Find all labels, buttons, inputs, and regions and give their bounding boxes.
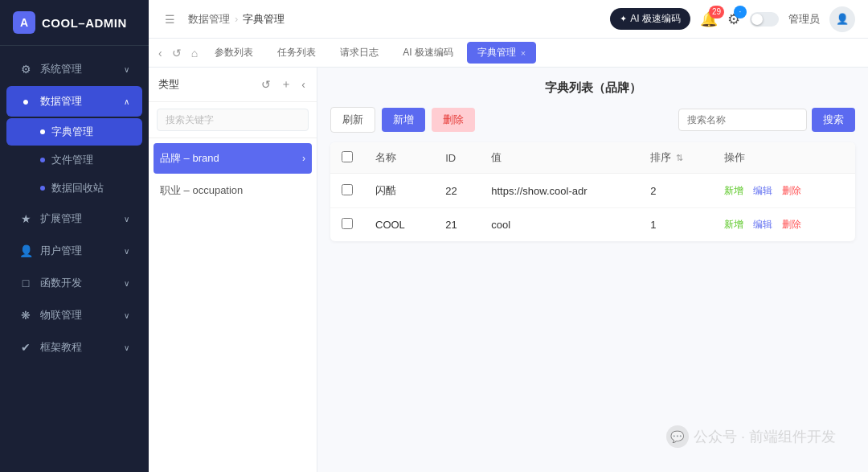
- panel-title: 字典列表（品牌）: [330, 80, 855, 96]
- category-label-brand: 品牌 – brand: [160, 151, 219, 166]
- category-item-brand[interactable]: 品牌 – brand ›: [154, 143, 312, 174]
- collapse-panel-button[interactable]: ‹: [300, 76, 307, 92]
- admin-label: 管理员: [788, 12, 820, 27]
- avatar[interactable]: 👤: [829, 6, 855, 32]
- toolbar: 刷新 新增 删除 搜索: [330, 107, 855, 133]
- chevron-up-icon: ∧: [124, 97, 129, 106]
- add-action-0[interactable]: 新增: [724, 185, 743, 196]
- tabs-bar: ‹ ↺ ⌂ 参数列表 任务列表 请求日志 AI 极速编码 字典管理 ×: [149, 39, 868, 68]
- toggle-knob: [751, 14, 763, 25]
- sidebar-item-system[interactable]: ⚙ 系统管理 ∨: [6, 54, 142, 84]
- sidebar-label-frame: 框架教程: [40, 340, 82, 355]
- category-item-occupation[interactable]: 职业 – occupation: [149, 175, 317, 206]
- col-header-id: ID: [434, 142, 480, 174]
- cell-name-0: 闪酷: [364, 174, 434, 208]
- sidebar-item-data[interactable]: ● 数据管理 ∧: [6, 86, 142, 117]
- sidebar-label-data: 数据管理: [40, 94, 82, 109]
- func-icon: □: [19, 277, 32, 289]
- delete-record-button[interactable]: 删除: [432, 108, 475, 132]
- row-checkbox-0[interactable]: [342, 184, 353, 195]
- logo-icon: A: [13, 11, 35, 34]
- edit-action-0[interactable]: 编辑: [753, 185, 772, 196]
- category-search-input[interactable]: [157, 109, 309, 131]
- sidebar-item-iot[interactable]: ❋ 物联管理 ∨: [6, 300, 142, 330]
- sidebar-item-frame[interactable]: ✔ 框架教程 ∨: [6, 332, 142, 363]
- tab-dict[interactable]: 字典管理 ×: [467, 42, 536, 64]
- table-row: COOL 21 cool 1 新增 编辑 删除: [330, 208, 855, 242]
- ai-speed-button[interactable]: ✦ AI 极速编码: [610, 8, 690, 30]
- search-button[interactable]: 搜索: [812, 108, 855, 132]
- refresh-categories-button[interactable]: ↺: [260, 76, 272, 92]
- table-search-input[interactable]: [678, 109, 807, 131]
- row-checkbox-1[interactable]: [342, 218, 353, 229]
- tab-refresh-button[interactable]: ↺: [169, 43, 185, 63]
- right-panel: 字典列表（品牌） 刷新 新增 删除 搜索 名称: [317, 68, 868, 472]
- cell-value-0: https://show.cool-adr: [480, 174, 639, 208]
- add-category-button[interactable]: ＋: [279, 76, 293, 93]
- ai-icon: ✦: [620, 14, 627, 24]
- breadcrumb-separator: ›: [235, 13, 238, 25]
- tab-back-button[interactable]: ‹: [155, 43, 166, 63]
- breadcrumb: 数据管理 › 字典管理: [188, 12, 285, 27]
- sidebar-label-func: 函数开发: [40, 276, 82, 290]
- dot-icon: [40, 129, 45, 134]
- tab-close-button[interactable]: ×: [521, 48, 526, 58]
- dot-icon: [40, 158, 45, 162]
- left-panel-title: 类型: [158, 77, 179, 92]
- chevron-down-icon: ∨: [124, 247, 129, 256]
- theme-toggle[interactable]: [750, 12, 779, 27]
- chevron-down-icon: ∨: [124, 279, 129, 288]
- sidebar-label-extend: 扩展管理: [40, 211, 82, 226]
- sidebar-item-extend[interactable]: ★ 扩展管理 ∨: [6, 203, 142, 234]
- check-icon: ✔: [19, 341, 32, 354]
- edit-action-1[interactable]: 编辑: [753, 219, 772, 230]
- logo-area: A COOL–ADMIN: [0, 0, 149, 46]
- notification-bell[interactable]: 🔔 29: [700, 10, 718, 28]
- tab-ai[interactable]: AI 极速编码: [392, 42, 464, 64]
- sidebar-item-dictionary[interactable]: 字典管理: [6, 118, 142, 146]
- category-list: 品牌 – brand › 职业 – occupation: [149, 138, 317, 472]
- select-all-checkbox[interactable]: [342, 151, 353, 162]
- notification-badge: 29: [709, 6, 724, 18]
- chevron-down-icon: ∨: [124, 343, 129, 352]
- cell-order-0: 2: [639, 174, 713, 208]
- table-row: 闪酷 22 https://show.cool-adr 2 新增 编辑 删除: [330, 174, 855, 208]
- cell-id-0: 22: [434, 174, 480, 208]
- add-record-button[interactable]: 新增: [382, 108, 425, 132]
- sidebar-nav: ⚙ 系统管理 ∨ ● 数据管理 ∧ 字典管理 文件管理 数据回收: [0, 46, 149, 472]
- ai-button-label: AI 极速编码: [630, 12, 681, 26]
- tab-tasks-label: 任务列表: [277, 46, 316, 60]
- chevron-down-icon: ∨: [124, 65, 129, 74]
- chevron-down-icon: ∨: [124, 311, 129, 320]
- sidebar-item-func[interactable]: □ 函数开发 ∨: [6, 268, 142, 298]
- tab-logs[interactable]: 请求日志: [330, 42, 389, 64]
- tab-tasks[interactable]: 任务列表: [267, 42, 326, 64]
- sidebar-label-user: 用户管理: [40, 244, 82, 258]
- col-header-action: 操作: [713, 142, 855, 174]
- menu-toggle-button[interactable]: ☰: [162, 10, 178, 29]
- category-label-occupation: 职业 – occupation: [160, 183, 243, 198]
- add-action-1[interactable]: 新增: [724, 219, 743, 230]
- sidebar-item-recycle[interactable]: 数据回收站: [6, 174, 142, 202]
- dot-icon: [40, 186, 45, 191]
- user-icon: 👤: [19, 244, 32, 257]
- tab-logs-label: 请求日志: [340, 46, 379, 60]
- cell-actions-1: 新增 编辑 删除: [713, 208, 855, 242]
- toggle-switch[interactable]: [750, 12, 779, 27]
- delete-action-0[interactable]: 删除: [782, 185, 801, 196]
- settings-icon-wrap[interactable]: ⚙ ·: [727, 10, 740, 28]
- delete-action-1[interactable]: 删除: [782, 219, 801, 230]
- sidebar-item-user[interactable]: 👤 用户管理 ∨: [6, 236, 142, 266]
- avatar-icon: 👤: [836, 13, 849, 25]
- logo-text: COOL–ADMIN: [42, 16, 127, 30]
- tab-params[interactable]: 参数列表: [204, 42, 264, 64]
- sidebar: A COOL–ADMIN ⚙ 系统管理 ∨ ● 数据管理 ∧ 字典管理: [0, 0, 149, 472]
- tab-home-button[interactable]: ⌂: [188, 43, 201, 63]
- left-panel: 类型 ↺ ＋ ‹ 品牌 – brand › 职业 – occupation: [149, 68, 317, 472]
- tab-params-label: 参数列表: [215, 46, 253, 60]
- sidebar-item-file[interactable]: 文件管理: [6, 146, 142, 174]
- watermark-icon: 💬: [666, 425, 689, 448]
- header: ☰ 数据管理 › 字典管理 ✦ AI 极速编码 🔔 29 ⚙ ·: [149, 0, 868, 39]
- sort-icon[interactable]: ⇅: [676, 153, 683, 162]
- refresh-table-button[interactable]: 刷新: [330, 107, 375, 133]
